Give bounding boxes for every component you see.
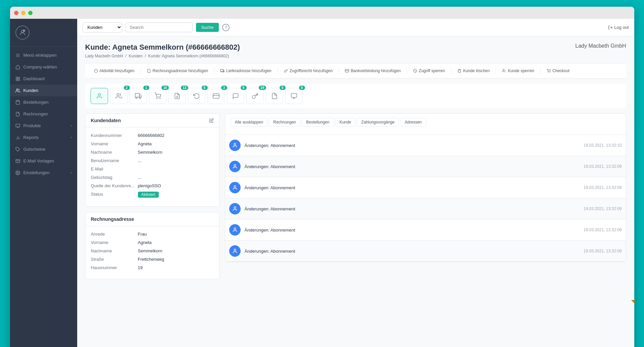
sidebar-item-email-vorlagen[interactable]: E-Mail Vorlagen bbox=[10, 155, 77, 167]
topbar-right: user@example.com admin name Log out bbox=[544, 25, 629, 30]
field-value-email: user@domain.example.com bbox=[138, 166, 192, 171]
filter-rechnungen[interactable]: Rechnungen bbox=[269, 118, 300, 127]
sidebar-item-kunden[interactable]: Kunden bbox=[10, 85, 77, 96]
field-status: Status Aktiviert bbox=[91, 192, 214, 198]
add-bank-label: Bankverbindung hinzufügen bbox=[351, 68, 401, 73]
app-window: Benutzer Name ▾ Menü einklappen Company … bbox=[10, 7, 634, 347]
field-value-anrede: Frau bbox=[138, 232, 147, 237]
search-button[interactable]: Suche bbox=[196, 23, 219, 32]
field-label-kundennummer: Kundennummer bbox=[91, 133, 138, 138]
filter-bestellungen[interactable]: Bestellungen bbox=[302, 118, 334, 127]
search-input[interactable] bbox=[126, 22, 193, 32]
field-value-strasse: Frettchenweg bbox=[138, 257, 164, 262]
field-label-status: Status bbox=[91, 192, 138, 197]
billing-address-title: Rechnungsadresse bbox=[91, 216, 134, 222]
tab-devices[interactable]: 0 bbox=[285, 88, 303, 104]
checkout-button[interactable]: Checkout bbox=[543, 67, 573, 75]
tab-access[interactable]: 24 bbox=[246, 88, 264, 104]
field-hausnummer: Hausnummer 19 bbox=[91, 265, 214, 270]
company-name: Lady Macbeth GmbH bbox=[575, 43, 626, 49]
tab-user[interactable] bbox=[91, 88, 108, 104]
sidebar-item-gutscheine[interactable]: Gutscheine bbox=[10, 143, 77, 155]
svg-rect-8 bbox=[18, 79, 19, 81]
tab-subscriptions-badge: 6 bbox=[202, 86, 208, 90]
add-billing-label: Rechnungsadresse hinzufügen bbox=[153, 68, 208, 73]
add-billing-button[interactable]: Rechnungsadresse hinzufügen bbox=[144, 67, 211, 75]
customer-data-body: Kundennummer 66666666802 Vorname Agneta … bbox=[86, 128, 219, 206]
add-access-button[interactable]: Zugriffsrecht hinzufügen bbox=[281, 67, 336, 75]
svg-rect-39 bbox=[213, 94, 219, 98]
field-value-vorname: Agneta bbox=[138, 141, 152, 146]
svg-point-48 bbox=[234, 228, 236, 230]
svg-point-34 bbox=[139, 97, 141, 98]
field-quelle: Quelle der Kundenre... plenigoSSO bbox=[91, 183, 214, 188]
svg-rect-22 bbox=[345, 69, 349, 72]
breadcrumb-kunden[interactable]: Kunden bbox=[129, 54, 143, 58]
billing-address-body: Anrede Frau Vorname Agneta Nachname Semm… bbox=[86, 226, 219, 279]
close-dot[interactable] bbox=[14, 11, 18, 15]
svg-rect-32 bbox=[135, 94, 139, 97]
svg-rect-11 bbox=[16, 124, 20, 127]
delete-customer-button[interactable]: Kunde löschen bbox=[454, 67, 493, 75]
svg-point-33 bbox=[136, 97, 137, 98]
status-badge: Aktiviert bbox=[138, 192, 159, 198]
add-activity-button[interactable]: Aktivität hinzufügen bbox=[91, 67, 138, 75]
checkout-label: Checkout bbox=[552, 68, 569, 73]
sidebar-item-reports[interactable]: Reports ‹ bbox=[10, 132, 77, 143]
tab-subscriptions[interactable]: 6 bbox=[188, 88, 205, 104]
sidebar-item-company[interactable]: Company wählen bbox=[10, 61, 77, 73]
sep8 bbox=[540, 67, 541, 74]
logout-button[interactable]: Log out bbox=[608, 25, 629, 30]
sidebar-item-produkte[interactable]: Produkte ‹ bbox=[10, 120, 77, 132]
help-icon[interactable]: ? bbox=[222, 24, 230, 31]
tab-messages[interactable]: 6 bbox=[227, 88, 244, 104]
tab-payments-badge: 3 bbox=[221, 86, 227, 90]
field-bill-nachname: Nachname Semmelkorn bbox=[91, 248, 214, 253]
tab-shipping[interactable]: 1 bbox=[130, 88, 147, 104]
svg-point-26 bbox=[503, 69, 504, 71]
sidebar-nav: Menü einklappen Company wählen Dashboard bbox=[10, 47, 77, 347]
sidebar-item-bestellungen[interactable]: Bestellungen bbox=[10, 96, 77, 108]
edit-icon[interactable] bbox=[209, 118, 214, 123]
entity-select[interactable]: Kunden Bestellungen Rechnungen bbox=[83, 22, 122, 33]
sidebar-item-einstellungen[interactable]: Einstellungen ‹ bbox=[10, 167, 77, 179]
activity-time-4: 19.03.2021, 13:32:09 bbox=[584, 206, 622, 211]
block-access-button[interactable]: Zugriff sperren bbox=[410, 67, 448, 75]
tab-invoices[interactable]: 13 bbox=[168, 88, 186, 104]
breadcrumb-company[interactable]: Lady Macbeth GmbH bbox=[85, 54, 123, 58]
field-label-quelle: Quelle der Kundenre... bbox=[91, 183, 138, 188]
menu-toggle-label: Menü einklappen bbox=[23, 53, 57, 58]
svg-point-20 bbox=[221, 71, 222, 72]
tab-messages-badge: 6 bbox=[241, 86, 247, 90]
sidebar-item-rechnungen[interactable]: Rechnungen bbox=[10, 108, 77, 120]
filter-kunde[interactable]: Kunde bbox=[335, 118, 356, 127]
sidebar: Benutzer Name ▾ Menü einklappen Company … bbox=[10, 19, 77, 347]
tab-contacts[interactable]: 2 bbox=[110, 88, 128, 104]
app-body: Benutzer Name ▾ Menü einklappen Company … bbox=[10, 19, 634, 347]
add-shipping-button[interactable]: Lieferadresse hinzufügen bbox=[217, 67, 275, 75]
svg-point-44 bbox=[234, 143, 236, 145]
minimize-dot[interactable] bbox=[21, 11, 26, 15]
sidebar-menu-toggle[interactable]: Menü einklappen bbox=[10, 49, 77, 61]
block-access-label: Zugriff sperren bbox=[419, 68, 445, 73]
field-label-email: E-Mail bbox=[91, 166, 138, 171]
breadcrumb: Lady Macbeth GmbH / Kunden / Kunde: Agne… bbox=[85, 54, 626, 58]
field-vorname: Vorname Agneta bbox=[91, 141, 214, 146]
tab-docs[interactable]: 0 bbox=[266, 88, 283, 104]
lock-customer-button[interactable]: Kunde sperren bbox=[499, 67, 538, 75]
maximize-dot[interactable] bbox=[28, 11, 33, 15]
filter-adressen[interactable]: Adressen bbox=[400, 118, 426, 127]
svg-point-9 bbox=[16, 89, 18, 90]
activity-text-1: Änderungen: Abonnement bbox=[245, 143, 580, 148]
tab-orders[interactable]: 16 bbox=[149, 88, 166, 104]
activity-time-1: 19.03.2021, 13:32:10 bbox=[584, 143, 622, 148]
filter-zahlungen[interactable]: Zahlungsvorgänge bbox=[357, 118, 399, 127]
sidebar-item-dashboard[interactable]: Dashboard bbox=[10, 73, 77, 85]
add-bank-button[interactable]: Bankverbindung hinzufügen bbox=[342, 67, 404, 75]
field-value-nachname: Semmelkorn bbox=[138, 150, 162, 155]
activity-filters: Alle ausklappen Rechnungen Bestellungen … bbox=[231, 118, 621, 127]
filter-alle[interactable]: Alle ausklappen bbox=[231, 118, 268, 127]
field-value-geburtstag: ... bbox=[138, 175, 142, 180]
tab-payments[interactable]: 3 bbox=[207, 88, 225, 104]
tab-invoices-badge: 13 bbox=[181, 86, 188, 90]
